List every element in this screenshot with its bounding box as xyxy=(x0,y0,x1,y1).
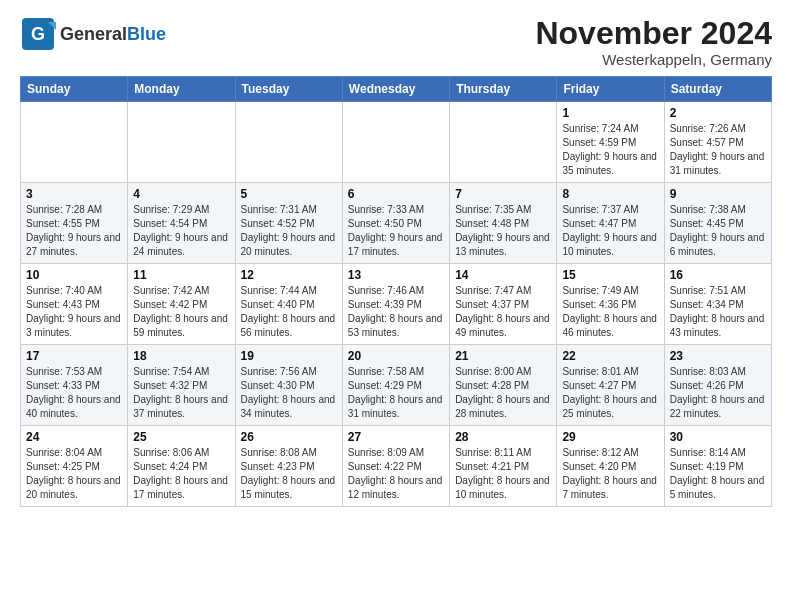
calendar-cell: 27Sunrise: 8:09 AM Sunset: 4:22 PM Dayli… xyxy=(342,426,449,507)
day-number: 8 xyxy=(562,187,658,201)
day-info: Sunrise: 8:09 AM Sunset: 4:22 PM Dayligh… xyxy=(348,446,444,502)
calendar-cell: 29Sunrise: 8:12 AM Sunset: 4:20 PM Dayli… xyxy=(557,426,664,507)
day-info: Sunrise: 8:03 AM Sunset: 4:26 PM Dayligh… xyxy=(670,365,766,421)
logo-icon: G xyxy=(20,16,56,52)
day-number: 15 xyxy=(562,268,658,282)
day-info: Sunrise: 7:49 AM Sunset: 4:36 PM Dayligh… xyxy=(562,284,658,340)
day-number: 30 xyxy=(670,430,766,444)
calendar-cell: 2Sunrise: 7:26 AM Sunset: 4:57 PM Daylig… xyxy=(664,102,771,183)
day-info: Sunrise: 8:14 AM Sunset: 4:19 PM Dayligh… xyxy=(670,446,766,502)
day-info: Sunrise: 8:00 AM Sunset: 4:28 PM Dayligh… xyxy=(455,365,551,421)
calendar-cell: 21Sunrise: 8:00 AM Sunset: 4:28 PM Dayli… xyxy=(450,345,557,426)
calendar-cell xyxy=(128,102,235,183)
calendar-cell: 10Sunrise: 7:40 AM Sunset: 4:43 PM Dayli… xyxy=(21,264,128,345)
logo-general: General xyxy=(60,24,127,44)
day-number: 10 xyxy=(26,268,122,282)
page: G GeneralBlue November 2024 Westerkappel… xyxy=(0,0,792,612)
col-thursday: Thursday xyxy=(450,77,557,102)
calendar-cell: 16Sunrise: 7:51 AM Sunset: 4:34 PM Dayli… xyxy=(664,264,771,345)
calendar-cell: 28Sunrise: 8:11 AM Sunset: 4:21 PM Dayli… xyxy=(450,426,557,507)
calendar-cell xyxy=(342,102,449,183)
day-info: Sunrise: 8:01 AM Sunset: 4:27 PM Dayligh… xyxy=(562,365,658,421)
day-number: 27 xyxy=(348,430,444,444)
month-title: November 2024 xyxy=(535,16,772,51)
day-info: Sunrise: 7:58 AM Sunset: 4:29 PM Dayligh… xyxy=(348,365,444,421)
day-info: Sunrise: 7:37 AM Sunset: 4:47 PM Dayligh… xyxy=(562,203,658,259)
day-number: 5 xyxy=(241,187,337,201)
calendar-cell: 13Sunrise: 7:46 AM Sunset: 4:39 PM Dayli… xyxy=(342,264,449,345)
calendar-week-0: 1Sunrise: 7:24 AM Sunset: 4:59 PM Daylig… xyxy=(21,102,772,183)
day-info: Sunrise: 7:40 AM Sunset: 4:43 PM Dayligh… xyxy=(26,284,122,340)
calendar-cell: 25Sunrise: 8:06 AM Sunset: 4:24 PM Dayli… xyxy=(128,426,235,507)
day-number: 3 xyxy=(26,187,122,201)
day-info: Sunrise: 7:38 AM Sunset: 4:45 PM Dayligh… xyxy=(670,203,766,259)
col-tuesday: Tuesday xyxy=(235,77,342,102)
logo-blue: Blue xyxy=(127,24,166,44)
calendar-header-row: Sunday Monday Tuesday Wednesday Thursday… xyxy=(21,77,772,102)
day-number: 26 xyxy=(241,430,337,444)
day-number: 25 xyxy=(133,430,229,444)
day-number: 29 xyxy=(562,430,658,444)
day-number: 11 xyxy=(133,268,229,282)
calendar-cell: 26Sunrise: 8:08 AM Sunset: 4:23 PM Dayli… xyxy=(235,426,342,507)
day-number: 4 xyxy=(133,187,229,201)
day-info: Sunrise: 7:28 AM Sunset: 4:55 PM Dayligh… xyxy=(26,203,122,259)
day-number: 17 xyxy=(26,349,122,363)
header: G GeneralBlue November 2024 Westerkappel… xyxy=(20,16,772,68)
col-wednesday: Wednesday xyxy=(342,77,449,102)
calendar-cell: 20Sunrise: 7:58 AM Sunset: 4:29 PM Dayli… xyxy=(342,345,449,426)
calendar-cell xyxy=(235,102,342,183)
day-info: Sunrise: 7:47 AM Sunset: 4:37 PM Dayligh… xyxy=(455,284,551,340)
day-info: Sunrise: 7:31 AM Sunset: 4:52 PM Dayligh… xyxy=(241,203,337,259)
calendar-cell: 22Sunrise: 8:01 AM Sunset: 4:27 PM Dayli… xyxy=(557,345,664,426)
day-number: 20 xyxy=(348,349,444,363)
calendar-week-3: 17Sunrise: 7:53 AM Sunset: 4:33 PM Dayli… xyxy=(21,345,772,426)
calendar-cell: 23Sunrise: 8:03 AM Sunset: 4:26 PM Dayli… xyxy=(664,345,771,426)
calendar-cell: 24Sunrise: 8:04 AM Sunset: 4:25 PM Dayli… xyxy=(21,426,128,507)
calendar-cell: 5Sunrise: 7:31 AM Sunset: 4:52 PM Daylig… xyxy=(235,183,342,264)
calendar-cell: 4Sunrise: 7:29 AM Sunset: 4:54 PM Daylig… xyxy=(128,183,235,264)
day-info: Sunrise: 7:44 AM Sunset: 4:40 PM Dayligh… xyxy=(241,284,337,340)
logo: G GeneralBlue xyxy=(20,16,166,52)
day-number: 12 xyxy=(241,268,337,282)
day-info: Sunrise: 8:04 AM Sunset: 4:25 PM Dayligh… xyxy=(26,446,122,502)
day-info: Sunrise: 7:53 AM Sunset: 4:33 PM Dayligh… xyxy=(26,365,122,421)
calendar-cell: 17Sunrise: 7:53 AM Sunset: 4:33 PM Dayli… xyxy=(21,345,128,426)
calendar-cell: 30Sunrise: 8:14 AM Sunset: 4:19 PM Dayli… xyxy=(664,426,771,507)
calendar-cell: 3Sunrise: 7:28 AM Sunset: 4:55 PM Daylig… xyxy=(21,183,128,264)
calendar-cell: 12Sunrise: 7:44 AM Sunset: 4:40 PM Dayli… xyxy=(235,264,342,345)
calendar-table: Sunday Monday Tuesday Wednesday Thursday… xyxy=(20,76,772,507)
day-number: 28 xyxy=(455,430,551,444)
day-info: Sunrise: 7:33 AM Sunset: 4:50 PM Dayligh… xyxy=(348,203,444,259)
day-info: Sunrise: 8:11 AM Sunset: 4:21 PM Dayligh… xyxy=(455,446,551,502)
calendar-cell: 1Sunrise: 7:24 AM Sunset: 4:59 PM Daylig… xyxy=(557,102,664,183)
day-number: 6 xyxy=(348,187,444,201)
calendar-cell: 19Sunrise: 7:56 AM Sunset: 4:30 PM Dayli… xyxy=(235,345,342,426)
day-info: Sunrise: 7:54 AM Sunset: 4:32 PM Dayligh… xyxy=(133,365,229,421)
calendar-cell: 7Sunrise: 7:35 AM Sunset: 4:48 PM Daylig… xyxy=(450,183,557,264)
col-friday: Friday xyxy=(557,77,664,102)
col-saturday: Saturday xyxy=(664,77,771,102)
calendar-week-2: 10Sunrise: 7:40 AM Sunset: 4:43 PM Dayli… xyxy=(21,264,772,345)
day-number: 18 xyxy=(133,349,229,363)
day-info: Sunrise: 8:06 AM Sunset: 4:24 PM Dayligh… xyxy=(133,446,229,502)
day-number: 19 xyxy=(241,349,337,363)
day-info: Sunrise: 7:24 AM Sunset: 4:59 PM Dayligh… xyxy=(562,122,658,178)
location: Westerkappeln, Germany xyxy=(535,51,772,68)
day-number: 23 xyxy=(670,349,766,363)
day-number: 9 xyxy=(670,187,766,201)
day-info: Sunrise: 7:42 AM Sunset: 4:42 PM Dayligh… xyxy=(133,284,229,340)
day-info: Sunrise: 8:12 AM Sunset: 4:20 PM Dayligh… xyxy=(562,446,658,502)
day-info: Sunrise: 7:56 AM Sunset: 4:30 PM Dayligh… xyxy=(241,365,337,421)
col-sunday: Sunday xyxy=(21,77,128,102)
day-number: 16 xyxy=(670,268,766,282)
day-info: Sunrise: 7:26 AM Sunset: 4:57 PM Dayligh… xyxy=(670,122,766,178)
day-number: 24 xyxy=(26,430,122,444)
day-number: 21 xyxy=(455,349,551,363)
day-info: Sunrise: 7:46 AM Sunset: 4:39 PM Dayligh… xyxy=(348,284,444,340)
day-number: 13 xyxy=(348,268,444,282)
day-info: Sunrise: 7:51 AM Sunset: 4:34 PM Dayligh… xyxy=(670,284,766,340)
calendar-cell: 18Sunrise: 7:54 AM Sunset: 4:32 PM Dayli… xyxy=(128,345,235,426)
calendar-cell: 14Sunrise: 7:47 AM Sunset: 4:37 PM Dayli… xyxy=(450,264,557,345)
calendar-cell: 15Sunrise: 7:49 AM Sunset: 4:36 PM Dayli… xyxy=(557,264,664,345)
